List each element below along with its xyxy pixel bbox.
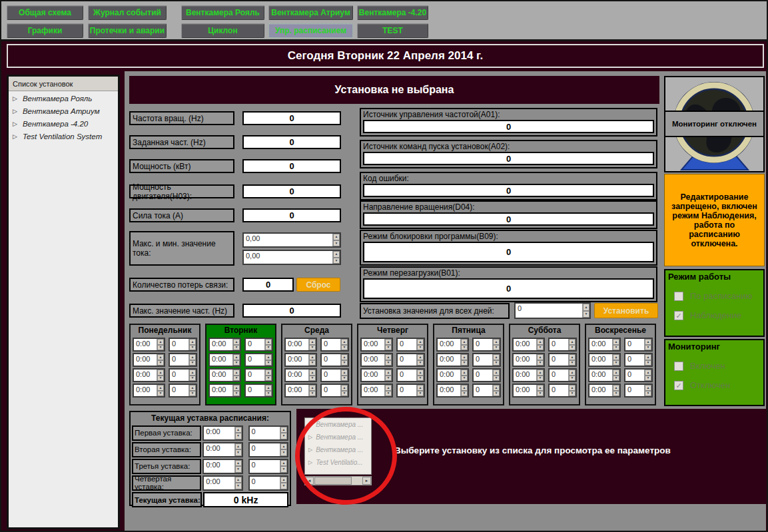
spin-value[interactable]: 0 (398, 354, 416, 366)
spin-value[interactable]: 0 (474, 385, 492, 396)
spin-up-button[interactable]: ▲ (461, 354, 468, 360)
mini-installations-list[interactable]: ▷Венткамера ...▷Венткамера ...▷Венткамер… (304, 417, 372, 475)
spin-down-button[interactable]: ▼ (189, 376, 196, 382)
spin-value[interactable]: 0:00 (438, 354, 460, 366)
spin-down-button[interactable]: ▼ (233, 376, 240, 382)
toolbar-button-0[interactable]: Общая схема (7, 5, 83, 20)
day-time-spinbox[interactable]: 0:00▲▼ (512, 338, 545, 352)
spin-down-button[interactable]: ▼ (385, 345, 392, 351)
spin-value[interactable]: 0:00 (514, 339, 536, 350)
spin-value[interactable]: 0 (322, 385, 340, 396)
spin-down-button[interactable]: ▼ (385, 391, 392, 397)
scroll-right-button[interactable]: ► (362, 477, 371, 485)
spin-up-button[interactable]: ▲ (189, 354, 196, 360)
spin-down-button[interactable]: ▼ (537, 376, 544, 382)
spin-down-button[interactable]: ▼ (569, 345, 576, 351)
spin-value[interactable]: 0:00 (362, 354, 384, 366)
spin-up-button[interactable]: ▲ (189, 370, 196, 376)
spin-down-button[interactable]: ▼ (385, 360, 392, 366)
spin-down-button[interactable]: ▼ (537, 391, 544, 397)
day-time-spinbox[interactable]: 0:00▲▼ (208, 338, 241, 352)
spin-value[interactable]: 0 (474, 339, 492, 350)
setpoint-time-spinbox[interactable]: 0:00▲▼ (202, 475, 242, 491)
spin-down-button[interactable]: ▼ (613, 391, 619, 397)
tree-expand-icon[interactable]: ▷ (308, 447, 312, 453)
day-value-spinbox[interactable]: 0▲▼ (320, 338, 349, 352)
day-value-spinbox[interactable]: 0▲▼ (472, 338, 501, 352)
reset-button[interactable]: Сброс (296, 278, 340, 292)
spin-down-button[interactable]: ▼ (461, 345, 468, 351)
setpoint-time-spinbox[interactable]: 0:00▲▼ (202, 459, 242, 474)
spin-value[interactable]: 0 (516, 304, 582, 318)
spin-value[interactable]: 0:00 (134, 385, 157, 396)
day-time-spinbox[interactable]: 0:00▲▼ (436, 353, 469, 367)
spin-up-button[interactable]: ▲ (189, 385, 196, 391)
day-value-spinbox[interactable]: 0▲▼ (320, 368, 349, 382)
mini-list-item[interactable]: ▷Test Ventilatio... (305, 456, 371, 469)
sidebar-item[interactable]: ▷Венткамера -4.20 (13, 119, 118, 129)
spin-value[interactable]: 0:00 (210, 385, 232, 396)
day-time-spinbox[interactable]: 0:00▲▼ (588, 353, 621, 367)
spin-down-button[interactable]: ▼ (461, 360, 468, 366)
day-value-spinbox[interactable]: 0▲▼ (169, 338, 197, 352)
day-time-spinbox[interactable]: 0:00▲▼ (284, 353, 317, 367)
spin-value[interactable]: 0 (398, 385, 416, 396)
spin-down-button[interactable]: ▼ (265, 345, 272, 351)
day-time-spinbox[interactable]: 0:00▲▼ (436, 368, 469, 382)
toolbar-button-8[interactable]: Упр. расписанием (268, 23, 353, 38)
spin-down-button[interactable]: ▼ (280, 466, 287, 473)
spin-value[interactable]: 0 (250, 443, 280, 456)
day-value-spinbox[interactable]: 0▲▼ (396, 368, 425, 382)
day-time-spinbox[interactable]: 0:00▲▼ (133, 353, 165, 367)
spin-value[interactable]: 0:00 (438, 339, 460, 350)
spin-value[interactable]: 0 (170, 339, 189, 350)
setpoint-time-spinbox[interactable]: 0:00▲▼ (202, 442, 242, 457)
spin-up-button[interactable]: ▲ (235, 477, 242, 483)
spin-value[interactable]: 0:00 (286, 385, 308, 396)
spin-down-button[interactable]: ▼ (417, 360, 424, 366)
day-value-spinbox[interactable]: 0▲▼ (396, 353, 425, 367)
spin-up-button[interactable]: ▲ (613, 354, 619, 360)
day-value-spinbox[interactable]: 0▲▼ (472, 368, 501, 382)
day-time-spinbox[interactable]: 0:00▲▼ (512, 384, 545, 398)
spin-up-button[interactable]: ▲ (280, 477, 287, 483)
day-value-spinbox[interactable]: 0▲▼ (472, 384, 501, 398)
spin-up-button[interactable]: ▲ (493, 370, 500, 376)
spin-up-button[interactable]: ▲ (341, 354, 348, 360)
spin-value[interactable]: 0 (398, 370, 416, 381)
spin-up-button[interactable]: ▲ (613, 385, 619, 391)
day-value-spinbox[interactable]: 0▲▼ (169, 384, 197, 398)
spin-up-button[interactable]: ▲ (645, 354, 651, 360)
spin-up-button[interactable]: ▲ (569, 354, 576, 360)
day-value-spinbox[interactable]: 0▲▼ (624, 368, 653, 382)
spin-up-button[interactable]: ▲ (157, 370, 164, 376)
day-time-spinbox[interactable]: 0:00▲▼ (133, 338, 165, 352)
day-time-spinbox[interactable]: 0:00▲▼ (208, 368, 241, 382)
spin-up-button[interactable]: ▲ (265, 339, 272, 345)
day-value-spinbox[interactable]: 0▲▼ (320, 353, 349, 367)
day-value-spinbox[interactable]: 0▲▼ (548, 338, 577, 352)
spin-value[interactable]: 0 (550, 385, 568, 396)
spin-value[interactable]: 0:00 (134, 354, 157, 366)
spin-down-button[interactable]: ▼ (537, 345, 544, 351)
spin-up-button[interactable]: ▲ (417, 370, 424, 376)
spin-value[interactable]: 0 (250, 460, 280, 473)
toolbar-button-7[interactable]: Циклон (181, 23, 264, 38)
spin-up-button[interactable]: ▲ (537, 339, 544, 345)
spin-down-button[interactable]: ▼ (461, 376, 468, 382)
spin-down-button[interactable]: ▼ (613, 376, 619, 382)
spin-value[interactable]: 0 (474, 354, 492, 366)
spin-down-button[interactable]: ▼ (157, 376, 164, 382)
spin-value[interactable]: 0:00 (514, 354, 536, 366)
setpoint-value-spinbox[interactable]: 0▲▼ (248, 475, 288, 491)
spin-up-button[interactable]: ▲ (569, 339, 576, 345)
spin-down-button[interactable]: ▼ (265, 391, 272, 397)
spin-value[interactable]: 0 (246, 370, 264, 381)
day-value-spinbox[interactable]: 0▲▼ (169, 353, 197, 367)
tree-expand-icon[interactable]: ▷ (13, 95, 17, 102)
spin-up-button[interactable]: ▲ (461, 385, 468, 391)
day-value-spinbox[interactable]: 0▲▼ (244, 353, 273, 367)
spin-value[interactable]: 0,00 (244, 234, 332, 246)
spin-up-button[interactable]: ▲ (333, 251, 340, 258)
spin-down-button[interactable]: ▼ (233, 345, 240, 351)
